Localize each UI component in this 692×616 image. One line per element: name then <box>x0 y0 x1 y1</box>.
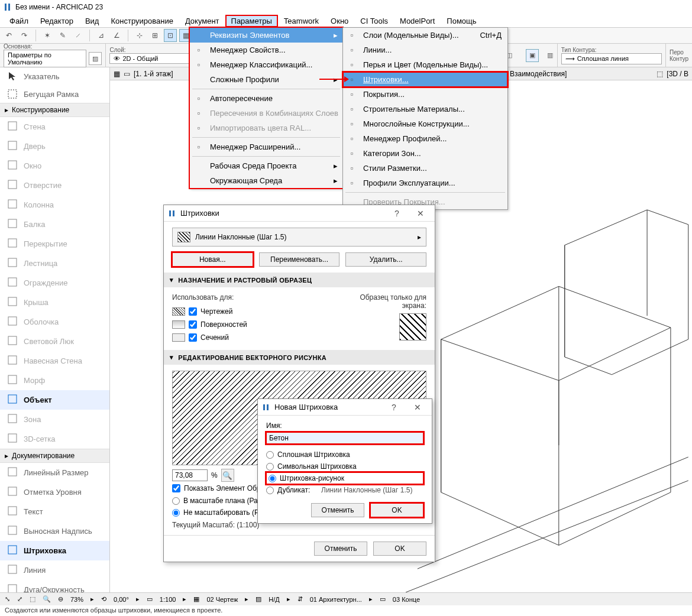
tool-Дуга/Окружность[interactable]: Дуга/Окружность <box>0 580 109 592</box>
menu-помощь[interactable]: Помощь <box>441 15 482 27</box>
status-hd[interactable]: Н/Д <box>269 596 279 603</box>
tool-Колонна[interactable]: Колонна <box>0 195 109 215</box>
status-zoomin-icon[interactable]: 🔍 <box>43 595 51 603</box>
status-cursor-icon[interactable]: ⤡ <box>5 595 10 603</box>
cancel-button[interactable]: Отменить <box>311 503 364 517</box>
menu-окно[interactable]: Окно <box>325 15 354 27</box>
ok-button[interactable]: OK <box>373 542 426 556</box>
status-rot-icon[interactable]: ⟲ <box>101 595 106 603</box>
pick-icon[interactable]: ✶ <box>41 29 54 42</box>
radio-image[interactable]: Штриховка-рисунок <box>266 472 423 484</box>
status-hd-icon[interactable]: ▨ <box>256 595 261 603</box>
menu-вид[interactable]: Вид <box>79 15 105 27</box>
toolbox-group[interactable]: ▸Конструирование <box>0 103 109 117</box>
tool-Линейный Размер[interactable]: Линейный Размер <box>0 463 109 482</box>
status-zoomout-icon[interactable]: ⊖ <box>58 595 63 603</box>
snap3-icon[interactable]: ⊡ <box>164 29 177 42</box>
tab-floor[interactable]: [1. 1-й этаж] <box>134 70 173 78</box>
radio-solid[interactable]: Сплошная Штриховка <box>266 449 423 461</box>
tool-pointer[interactable]: Указатель <box>0 67 109 85</box>
menuitem[interactable]: ▫Многослойные Конструкции... <box>343 116 507 131</box>
new-button[interactable]: Новая... <box>172 252 253 267</box>
menuitem[interactable]: ▫Автопересечение <box>190 91 342 106</box>
status-drawing[interactable]: 02 Чертеж <box>206 596 238 603</box>
menuitem[interactable]: ▫Менеджер Свойств... <box>190 43 342 57</box>
status-pan-icon[interactable]: ⬚ <box>30 595 35 603</box>
chk-sections[interactable]: Сечений <box>172 331 326 344</box>
tool-Зона[interactable]: Зона <box>0 410 109 429</box>
delete-button[interactable]: Удалить... <box>345 252 426 267</box>
menuitem[interactable]: Рабочая Среда Проекта▸ <box>190 158 342 173</box>
redo-icon[interactable]: ↷ <box>18 29 31 42</box>
tab-3d-icon[interactable]: ⬚ <box>657 70 663 78</box>
tool-Световой Люк[interactable]: Световой Люк <box>0 332 109 351</box>
status-draw-icon[interactable]: ▦ <box>193 595 199 603</box>
toolbox-group[interactable]: ▸Документирование <box>0 449 109 463</box>
menuitem[interactable]: ▫Менеджер Классификаций... <box>190 57 342 72</box>
tool-Текст[interactable]: Текст <box>0 502 109 521</box>
view-icon3[interactable]: ▥ <box>544 49 557 62</box>
zoom-icon[interactable]: 🔍 <box>221 469 234 482</box>
tool-Навесная Стена[interactable]: Навесная Стена <box>0 351 109 371</box>
menuitem[interactable]: ▫Линии... <box>343 43 507 57</box>
name-input[interactable] <box>266 432 423 444</box>
menu-документ[interactable]: Документ <box>179 15 225 27</box>
status-zoomfit-icon[interactable]: ⤢ <box>17 595 22 603</box>
tool-Стена[interactable]: Стена <box>0 117 109 137</box>
section-edit-vector[interactable]: ▾ РЕДАКТИРОВАНИЕ ВЕКТОРНОГО РИСУНКА <box>164 350 435 365</box>
menuitem[interactable]: Окружающая Среда▸ <box>190 173 342 188</box>
current-fill-select[interactable]: Линии Наклонные (Шаг 1.5) ▸ <box>172 228 426 247</box>
ortho-icon[interactable]: ⊿ <box>95 29 108 42</box>
view-icon2[interactable]: ▣ <box>526 49 539 62</box>
hatch-pick-icon[interactable]: ▨ <box>89 52 102 65</box>
status-arch[interactable]: 01 Архитектурн... <box>310 596 362 603</box>
tool-Отверстие[interactable]: Отверстие <box>0 176 109 195</box>
tool-Ограждение[interactable]: Ограждение <box>0 273 109 293</box>
status-zoom[interactable]: 73% <box>70 596 83 603</box>
status-conc[interactable]: 03 Конце <box>393 596 420 603</box>
layer-select[interactable]: 👁 2D - Общий <box>109 53 198 64</box>
menu-редактор[interactable]: Редактор <box>34 15 79 27</box>
tool-Крыша[interactable]: Крыша <box>0 293 109 312</box>
status-rotation[interactable]: 0,00° <box>114 596 129 603</box>
menuitem[interactable]: ▫Менеджер Профилей... <box>343 131 507 146</box>
tool-Объект[interactable]: Объект <box>0 390 109 410</box>
menuitem[interactable]: ▫Категории Зон... <box>343 146 507 161</box>
menuitem[interactable]: ▫Покрытия... <box>343 87 507 102</box>
close-icon[interactable]: ✕ <box>408 400 427 414</box>
menuitem[interactable]: Реквизиты Элементов▸ <box>190 28 342 43</box>
menuitem[interactable]: ▫Менеджер Расширений... <box>190 140 342 154</box>
menuitem[interactable]: ▫Стили Разметки... <box>343 161 507 176</box>
menu-attributes-dropdown[interactable]: ▫Слои (Модельные Виды)...Ctrl+Д▫Линии...… <box>342 27 508 210</box>
menu-parameters-dropdown[interactable]: Реквизиты Элементов▸▫Менеджер Свойств...… <box>189 27 343 189</box>
tool-Лестница[interactable]: Лестница <box>0 254 109 273</box>
section-purpose[interactable]: ▾ НАЗНАЧЕНИЕ И РАСТРОВЫЙ ОБРАЗЕЦ <box>164 273 435 287</box>
tab-plan-icon[interactable]: ▭ <box>124 70 130 78</box>
tool-Отметка Уровня[interactable]: Отметка Уровня <box>0 482 109 502</box>
snap1-icon[interactable]: ⊹ <box>133 29 146 42</box>
menu-modelport[interactable]: ModelPort <box>394 15 441 27</box>
tool-Дверь[interactable]: Дверь <box>0 137 109 156</box>
percent-input[interactable] <box>172 469 208 481</box>
rename-button[interactable]: Переименовать... <box>259 252 340 267</box>
linetype-select[interactable]: ⟿ Сплошная линия <box>561 53 662 64</box>
menuitem[interactable]: ▫Перья и Цвет (Модельные Виды)... <box>343 57 507 72</box>
dialog-new-title-bar[interactable]: Новая Штриховка ? ✕ <box>258 399 432 416</box>
tool-Линия[interactable]: Линия <box>0 560 109 580</box>
menu-teamwork[interactable]: Teamwork <box>278 15 325 27</box>
defaults-button[interactable]: Параметры по Умолчанию <box>4 50 86 67</box>
snap2-icon[interactable]: ⊞ <box>148 29 161 42</box>
cancel-button[interactable]: Отменить <box>314 542 367 556</box>
tool-Перекрытие[interactable]: Перекрытие <box>0 234 109 254</box>
radio-duplicate[interactable]: Дубликат: Линии Наклонные (Шаг 1.5) <box>266 484 423 496</box>
help-icon[interactable]: ? <box>387 206 406 221</box>
eyedrop-icon[interactable]: ✎ <box>56 29 69 42</box>
guide-icon[interactable]: ∠ <box>110 29 123 42</box>
tool-Выносная Надпись[interactable]: Выносная Надпись <box>0 521 109 541</box>
tool-Окно[interactable]: Окно <box>0 156 109 176</box>
menuitem[interactable]: ▫Штриховки... <box>343 72 507 87</box>
tool-marquee[interactable]: Бегущая Рамка <box>0 85 109 103</box>
tool-Штриховка[interactable]: Штриховка <box>0 541 109 560</box>
menuitem[interactable]: ▫Профили Эксплуатации... <box>343 176 507 190</box>
dialog-fills-title-bar[interactable]: Штриховки ? ✕ <box>164 205 435 222</box>
